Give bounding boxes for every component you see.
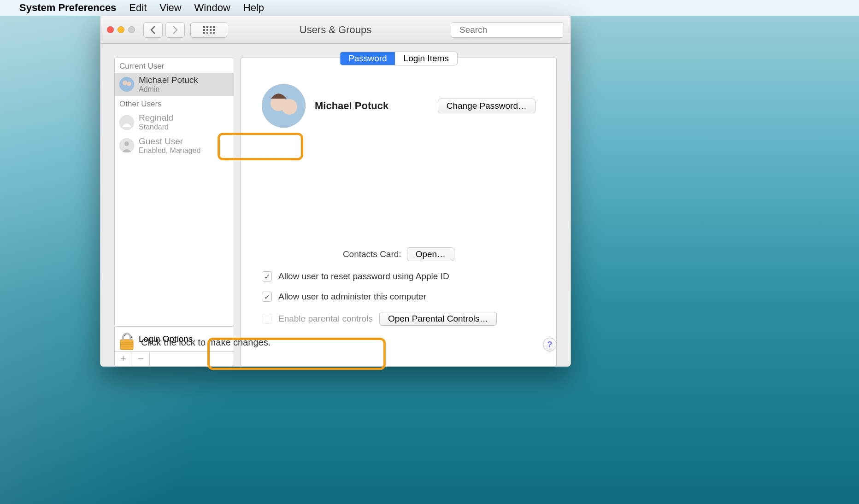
avatar-icon: [119, 138, 134, 153]
help-button[interactable]: ?: [543, 338, 557, 352]
detail-pane: Password Login Items Michael Potuck Chan…: [241, 58, 557, 366]
user-name: Reginald: [139, 113, 173, 123]
tab-password[interactable]: Password: [340, 52, 395, 65]
user-avatar[interactable]: [262, 84, 306, 128]
open-parental-controls-button[interactable]: Open Parental Controls…: [379, 312, 497, 326]
checkbox-parental[interactable]: [262, 314, 272, 324]
user-row-guest[interactable]: Guest User Enabled, Managed: [115, 134, 234, 157]
user-list: Current User Michael Potuck Admin Other …: [114, 58, 234, 327]
search-input[interactable]: [459, 25, 569, 35]
detail-user-name: Michael Potuck: [315, 100, 388, 112]
window-close-button[interactable]: [107, 26, 114, 33]
section-current-user: Current User: [115, 58, 234, 73]
user-name: Michael Potuck: [139, 76, 198, 85]
checkbox-allow-reset[interactable]: [262, 271, 272, 281]
svg-rect-2: [210, 26, 212, 28]
svg-rect-8: [203, 32, 205, 34]
checkbox-allow-admin[interactable]: [262, 292, 272, 302]
tab-login-items[interactable]: Login Items: [395, 52, 457, 65]
svg-point-17: [119, 115, 134, 130]
contacts-card-label: Contacts Card:: [343, 249, 401, 259]
svg-rect-25: [120, 342, 133, 343]
svg-rect-0: [203, 26, 205, 28]
svg-rect-6: [210, 29, 212, 31]
macos-menubar: System Preferences Edit View Window Help: [0, 0, 859, 16]
user-role: Standard: [139, 123, 173, 131]
menu-edit[interactable]: Edit: [129, 2, 147, 14]
search-field[interactable]: [451, 22, 564, 38]
menu-help[interactable]: Help: [243, 2, 264, 14]
allow-admin-row[interactable]: Allow user to administer this computer: [262, 292, 535, 302]
forward-button[interactable]: [165, 22, 185, 38]
lock-row[interactable]: Click the lock to make changes.: [114, 328, 279, 356]
tab-bar: Password Login Items: [340, 52, 458, 65]
allow-reset-row[interactable]: Allow user to reset password using Apple…: [262, 271, 535, 281]
svg-point-23: [282, 99, 297, 115]
parental-row: Enable parental controls Open Parental C…: [262, 312, 535, 326]
window-minimize-button[interactable]: [118, 26, 124, 33]
user-role: Admin: [139, 85, 198, 94]
svg-rect-7: [213, 29, 215, 31]
open-contacts-button[interactable]: Open…: [407, 247, 454, 261]
lock-icon[interactable]: [119, 332, 135, 352]
svg-rect-26: [120, 344, 133, 345]
window-zoom-button[interactable]: [128, 26, 135, 33]
svg-point-16: [127, 82, 131, 86]
menu-view[interactable]: View: [159, 2, 181, 14]
user-role: Enabled, Managed: [139, 147, 200, 155]
window-traffic-lights: [107, 26, 135, 33]
user-header: Michael Potuck Change Password…: [262, 84, 535, 128]
menu-window[interactable]: Window: [194, 2, 230, 14]
show-all-button[interactable]: [190, 22, 227, 38]
user-row-current[interactable]: Michael Potuck Admin: [115, 73, 234, 96]
content-area: Current User Michael Potuck Admin Other …: [100, 44, 571, 366]
svg-rect-1: [206, 26, 208, 28]
svg-rect-9: [206, 32, 208, 34]
section-other-users: Other Users: [115, 96, 234, 111]
svg-rect-4: [203, 29, 205, 31]
lock-text: Click the lock to make changes.: [141, 337, 271, 348]
svg-rect-3: [213, 26, 215, 28]
change-password-button[interactable]: Change Password…: [438, 99, 535, 113]
user-name: Guest User: [139, 137, 200, 147]
svg-rect-27: [120, 346, 133, 347]
contacts-row: Contacts Card: Open…: [262, 247, 535, 261]
user-row-reginald[interactable]: Reginald Standard: [115, 111, 234, 134]
svg-point-15: [123, 81, 127, 85]
allow-admin-label: Allow user to administer this computer: [278, 292, 426, 302]
toolbar-nav-buttons: [143, 22, 185, 38]
svg-rect-10: [210, 32, 212, 34]
svg-point-19: [124, 141, 129, 146]
window-titlebar: Users & Groups: [100, 16, 571, 44]
parental-label: Enable parental controls: [278, 314, 373, 324]
back-button[interactable]: [143, 22, 163, 38]
avatar-icon: [119, 115, 134, 130]
menubar-app-name[interactable]: System Preferences: [19, 2, 116, 14]
svg-rect-11: [213, 32, 215, 34]
svg-rect-5: [206, 29, 208, 31]
sidebar: Current User Michael Potuck Admin Other …: [114, 58, 234, 366]
allow-reset-label: Allow user to reset password using Apple…: [278, 271, 449, 281]
preferences-window: Users & Groups Current User Michael Potu…: [100, 16, 571, 367]
avatar-icon: [119, 77, 134, 92]
